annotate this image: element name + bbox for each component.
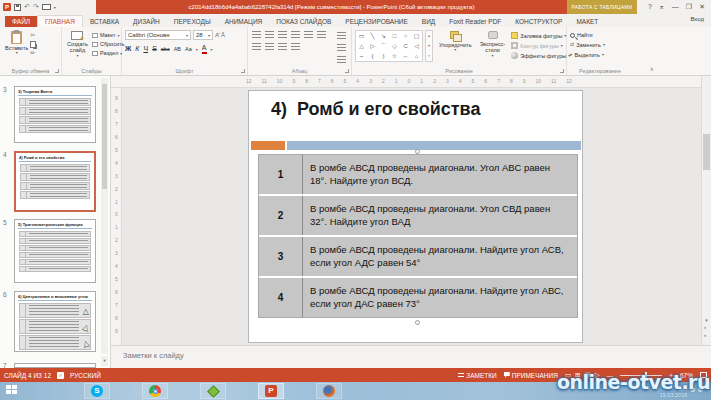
columns-button[interactable] <box>316 30 327 39</box>
ribbon-tab[interactable]: ПОКАЗ СЛАЙДОВ <box>269 16 338 27</box>
sign-in-link[interactable]: Вход <box>690 16 704 22</box>
shape-icon[interactable]: ↔ <box>400 51 411 61</box>
notes-toggle[interactable]: ЗАМЕТКИ <box>458 372 496 379</box>
table-resize-handle[interactable] <box>415 149 420 154</box>
ribbon-tab[interactable]: ПЕРЕХОДЫ <box>167 16 218 27</box>
shape-icon[interactable]: ▢ <box>411 31 422 41</box>
font-dialog-launcher-icon[interactable] <box>241 69 245 73</box>
drawing-dialog-launcher-icon[interactable] <box>560 69 564 73</box>
find-button[interactable]: Найти <box>570 32 630 38</box>
divider-blue-bar[interactable] <box>287 141 581 150</box>
italic-button[interactable]: К <box>135 45 139 53</box>
windows-start-icon[interactable] <box>6 385 19 397</box>
table-cell-text[interactable]: В ромбе АВСД проведены диагонали. Угол С… <box>303 196 577 235</box>
redo-icon[interactable]: ↷ <box>33 3 39 11</box>
shape-icon[interactable]: ⌂ <box>411 51 422 61</box>
thumbnail-slide-4-selected[interactable]: 4) Ромб и его свойства <box>14 151 96 212</box>
shape-icon[interactable]: ↘ <box>378 31 389 41</box>
align-right-button[interactable] <box>277 42 288 51</box>
bullets-button[interactable] <box>251 30 262 39</box>
taskbar-green-app-button[interactable] <box>200 383 226 399</box>
shape-icon[interactable]: ~ <box>356 51 367 61</box>
line-spacing-button[interactable] <box>303 30 314 39</box>
shape-effects-button[interactable]: Эффекты фигуры▾ <box>511 52 570 59</box>
thumbnail-panel-scroll-down-icon[interactable]: ▼ <box>101 356 108 366</box>
shape-icon[interactable]: ○ <box>400 31 411 41</box>
editor-scrollbar[interactable]: ▾ « » <box>701 76 711 345</box>
taskbar-firefox-button[interactable] <box>316 383 342 399</box>
thumbnail-slide-6[interactable]: 6) Центральные и вписанные углы △ △ △ <box>14 291 96 352</box>
underline-button[interactable]: Ч <box>143 45 148 53</box>
grow-font-icon[interactable]: А̂ <box>215 32 219 39</box>
slide-title[interactable]: 4) Ромб и его свойства <box>271 99 480 120</box>
new-slide-button[interactable]: Создать слайд ▾ <box>65 30 90 59</box>
table-resize-handle[interactable] <box>415 320 420 325</box>
table-cell-number[interactable]: 4 <box>259 278 303 317</box>
align-center-button[interactable] <box>264 42 275 51</box>
quick-styles-button[interactable]: Экспресс-стили ▾ <box>478 30 508 62</box>
table-row[interactable]: 3 В ромбе АВСД проведены диагонали. Найд… <box>259 237 577 276</box>
shape-icon[interactable]: ▭ <box>356 31 367 41</box>
change-case-button[interactable]: Аа <box>185 45 192 53</box>
ribbon-tab[interactable]: РЕЦЕНЗИРОВАНИЕ <box>338 16 415 27</box>
format-painter-icon[interactable]: ✏ <box>30 50 36 57</box>
table-cell-number[interactable]: 3 <box>259 237 303 276</box>
layout-button[interactable]: Макет▾ <box>92 32 124 38</box>
text-direction-button[interactable] <box>335 31 348 40</box>
align-left-button[interactable] <box>251 42 262 51</box>
help-button[interactable]: ? <box>648 2 652 12</box>
ribbon-tab[interactable]: ФАЙЛ <box>5 16 37 27</box>
minimize-button[interactable]: — <box>672 2 679 12</box>
shape-outline-button[interactable]: Контур фигуры▾ <box>511 42 570 49</box>
taskbar-skype-button[interactable]: S <box>84 383 110 399</box>
convert-smartart-button[interactable] <box>335 55 348 64</box>
shrink-font-icon[interactable]: А̌ <box>221 32 225 39</box>
thumbnail-panel-scrollbar-thumb[interactable] <box>102 84 107 189</box>
justify-button[interactable] <box>290 42 301 51</box>
ribbon-tab[interactable]: АНИМАЦИЯ <box>218 16 270 27</box>
shapes-gallery-scrollbar[interactable]: ▴ ▾ ▿ <box>425 30 433 62</box>
character-spacing-button[interactable]: АВ <box>174 45 181 53</box>
font-color-button[interactable]: А <box>202 44 207 54</box>
shape-icon[interactable]: ◇ <box>389 41 400 51</box>
arrange-button[interactable]: Упорядочить ▾ <box>437 30 474 62</box>
spellcheck-icon[interactable]: ✓ <box>57 372 64 379</box>
replace-button[interactable]: ⇄ Заменить▾ <box>570 41 630 48</box>
strikethrough-button[interactable]: abc <box>161 45 170 53</box>
ribbon-display-options-button[interactable]: ⌅ <box>659 2 665 12</box>
shape-icon[interactable]: ▷ <box>367 41 378 51</box>
paragraph-dialog-launcher-icon[interactable] <box>345 69 349 73</box>
ribbon-tab[interactable]: ДИЗАЙН <box>126 16 167 27</box>
thumbnail-slide-5[interactable]: 5) Тригонометрические функции <box>14 219 96 283</box>
shape-icon[interactable]: ╲ <box>367 31 378 41</box>
undo-icon[interactable]: ↶ <box>24 3 30 11</box>
taskbar-powerpoint-button[interactable]: P <box>258 383 284 399</box>
shape-icon[interactable]: ( <box>367 51 378 61</box>
table-cell-text[interactable]: В ромбе АВСД проведены диагонали. Найдит… <box>303 237 577 276</box>
table-cell-text[interactable]: В ромбе АВСД проведены диагонали. Найдит… <box>303 278 577 317</box>
indent-decrease-button[interactable] <box>277 30 288 39</box>
paste-button[interactable]: Вставить ▾ <box>3 30 30 57</box>
reset-button[interactable]: Сбросить <box>92 41 124 47</box>
table-row[interactable]: 2 В ромбе АВСД проведены диагонали. Угол… <box>259 196 577 235</box>
table-row[interactable]: 1 В ромбе АВСД проведены диагонали. Угол… <box>259 155 577 194</box>
close-button[interactable]: ✕ <box>699 2 705 12</box>
shape-icon[interactable]: ◁ <box>411 41 422 51</box>
scroll-down-icon[interactable]: ▾ <box>705 317 708 323</box>
slide-canvas[interactable]: 4) Ромб и его свойства 1 В ромбе АВСД пр… <box>248 90 583 343</box>
next-slide-icon[interactable]: » <box>704 335 710 338</box>
table-cell-number[interactable]: 1 <box>259 155 303 194</box>
shape-icon[interactable]: △ <box>356 41 367 51</box>
shape-icon[interactable]: □ <box>389 31 400 41</box>
cut-icon[interactable]: ✂ <box>30 32 36 39</box>
qat-customize-caret-icon[interactable]: ▾ <box>54 5 56 10</box>
start-slideshow-icon[interactable] <box>42 4 51 10</box>
shape-icon[interactable]: ⌒ <box>378 41 389 51</box>
thumbnail-panel-scrollbar[interactable] <box>101 78 108 354</box>
ribbon-tab[interactable]: ВИД <box>415 16 442 27</box>
previous-slide-icon[interactable]: « <box>704 327 710 330</box>
ribbon-tab[interactable]: ГЛАВНАЯ <box>37 15 83 27</box>
ribbon-tab[interactable]: КОНСТРУКТОР <box>508 16 569 27</box>
align-text-button[interactable] <box>335 43 348 52</box>
copy-icon[interactable] <box>30 41 36 48</box>
